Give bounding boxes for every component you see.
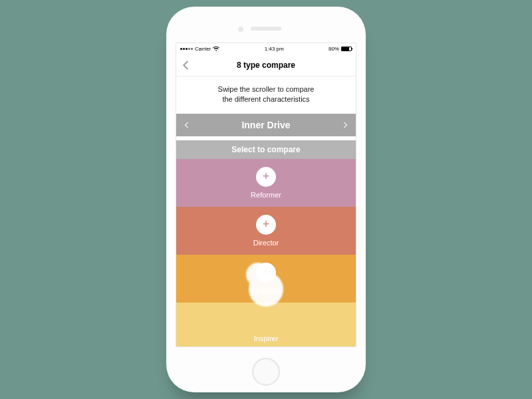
phone-speaker xyxy=(251,27,281,31)
type-label: Director xyxy=(253,239,279,247)
status-right: 80% xyxy=(329,46,352,52)
instructions-line2: the different characteristics xyxy=(196,94,336,104)
screen: Carrier 1:43 pm 80% 8 type compare Swipe… xyxy=(176,43,356,347)
type-label: Reformer xyxy=(251,191,281,199)
add-reformer-button[interactable]: + xyxy=(256,167,276,187)
scroller-next-button[interactable] xyxy=(341,121,349,129)
instructions-text: Swipe the scroller to compare the differ… xyxy=(176,76,356,114)
type-row-inspirer[interactable]: + Inspirer xyxy=(176,303,356,347)
wifi-icon xyxy=(213,46,219,51)
carrier-label: Carrier xyxy=(195,46,211,52)
battery-icon xyxy=(341,47,352,51)
battery-pct-label: 80% xyxy=(329,46,339,52)
type-row-reformer[interactable]: + Reformer xyxy=(176,159,356,207)
type-row-motivator[interactable]: + Motivator xyxy=(176,255,356,303)
characteristic-title: Inner Drive xyxy=(241,120,290,130)
add-motivator-button[interactable]: + xyxy=(256,263,276,283)
type-label: Inspirer xyxy=(254,334,279,342)
back-button[interactable] xyxy=(180,59,192,71)
signal-dots-icon xyxy=(180,48,193,50)
navbar: 8 type compare xyxy=(176,54,356,76)
phone-camera xyxy=(238,27,243,32)
type-label: Motivator xyxy=(251,287,281,295)
select-header: Select to compare xyxy=(176,140,356,159)
status-left: Carrier xyxy=(180,46,219,52)
status-bar: Carrier 1:43 pm 80% xyxy=(176,43,356,54)
instructions-line1: Swipe the scroller to compare xyxy=(196,84,336,94)
home-button[interactable] xyxy=(252,358,280,386)
phone-frame: Carrier 1:43 pm 80% 8 type compare Swipe… xyxy=(166,7,366,392)
page-title: 8 type compare xyxy=(237,61,295,70)
scroller-prev-button[interactable] xyxy=(183,121,191,129)
characteristic-scroller[interactable]: Inner Drive xyxy=(176,114,356,136)
type-row-director[interactable]: + Director xyxy=(176,207,356,255)
clock-label: 1:43 pm xyxy=(265,46,284,52)
add-director-button[interactable]: + xyxy=(256,215,276,235)
